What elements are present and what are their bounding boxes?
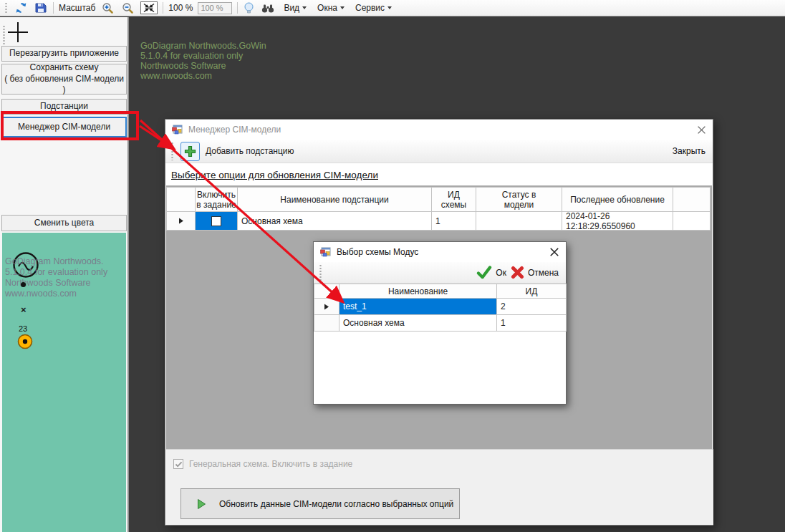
header-row-selector[interactable] xyxy=(167,188,196,212)
save-icon xyxy=(35,2,47,14)
row-selector-cell[interactable] xyxy=(314,299,339,315)
close-dialog-button[interactable]: Закрыть xyxy=(673,146,705,156)
dialog-close-icon[interactable] xyxy=(697,125,706,135)
status-cell[interactable] xyxy=(476,212,562,231)
menu-view-label: Вид xyxy=(284,3,299,13)
modal-icon xyxy=(320,247,331,257)
header-last-update[interactable]: Последнее обновление xyxy=(562,188,673,212)
find-button[interactable] xyxy=(260,3,276,14)
modal-toolbar-grip[interactable] xyxy=(319,264,322,281)
toolbar-separator xyxy=(237,2,238,14)
scheme-header-selector[interactable] xyxy=(314,284,339,299)
menu-windows[interactable]: Окна xyxy=(314,1,347,14)
header-status[interactable]: Статус в модели xyxy=(476,188,562,212)
toolbar-separator xyxy=(53,2,54,14)
cim-manager-button[interactable]: Менеджер CIM-модели xyxy=(1,117,127,137)
scale-label: Масштаб xyxy=(59,3,95,13)
save-button[interactable] xyxy=(34,1,48,14)
fit-view-button[interactable] xyxy=(140,1,158,14)
zoom-level-input[interactable] xyxy=(198,2,232,14)
substations-button[interactable]: Подстанции xyxy=(1,99,127,115)
modal-close-icon[interactable] xyxy=(549,247,559,257)
lightbulb-icon xyxy=(244,2,254,14)
scheme-select-dialog: Выбор схемы Модус Ок Отмена Наимен xyxy=(313,241,567,405)
zoom-in-button[interactable] xyxy=(100,1,115,15)
general-scheme-checkbox-row: Генеральная схема. Включить в задание xyxy=(173,459,352,469)
zoom-out-button[interactable] xyxy=(120,1,135,15)
cancel-button[interactable]: Отмена xyxy=(511,266,559,279)
last-update-cell[interactable]: 2024-01-26 12:18:29.6550960 xyxy=(562,212,673,231)
x-marker[interactable]: × xyxy=(21,304,27,315)
menu-service[interactable]: Сервис xyxy=(352,1,395,14)
main-toolbar: Масштаб 100 % Вид Окна Сервис xyxy=(0,0,785,16)
scheme-id-cell[interactable]: 1 xyxy=(497,315,567,332)
diagram-panel: GoDiagram Northwoods. 5.1.0.4 for evalua… xyxy=(2,233,126,532)
dialog-icon xyxy=(172,125,183,135)
diagram-watermark: GoDiagram Northwoods. 5.1.0.4 for evalua… xyxy=(5,256,148,299)
zoom-out-icon xyxy=(122,2,134,14)
header-substation-name[interactable]: Наименование подстанции xyxy=(238,188,432,212)
dialog-title: Менеджер CIM-модели xyxy=(188,125,691,135)
scheme-row-selected: test_1 2 xyxy=(314,299,567,315)
scheme-table: Наименование ИД test_1 2 Основная хема 1 xyxy=(314,284,567,332)
reload-app-button[interactable]: Перезагрузить приложение xyxy=(1,46,127,62)
scheme-name-cell[interactable]: Основная хема xyxy=(339,315,497,332)
substation-name-cell[interactable]: Основная хема xyxy=(238,212,432,231)
ok-label: Ок xyxy=(496,268,506,278)
row-selector-cell[interactable] xyxy=(167,212,196,231)
add-substation-button[interactable] xyxy=(180,142,200,161)
header-scheme-id[interactable]: ИД схемы xyxy=(432,188,476,212)
row-selector-icon xyxy=(324,304,329,310)
scheme-name-cell[interactable]: test_1 xyxy=(339,299,497,315)
general-scheme-label: Генеральная схема. Включить в задание xyxy=(189,459,352,469)
dialog-footer: Генеральная схема. Включить в задание Об… xyxy=(166,449,713,525)
menu-service-label: Сервис xyxy=(355,3,385,13)
extra-cell xyxy=(673,212,711,231)
menu-windows-label: Окна xyxy=(317,3,337,13)
cancel-x-icon xyxy=(511,266,524,279)
update-cim-button[interactable]: Обновить данные CIM-модели согласно выбр… xyxy=(180,488,460,519)
scheme-id-cell[interactable]: 1 xyxy=(432,212,476,231)
zoom-in-icon xyxy=(102,2,114,14)
menu-view[interactable]: Вид xyxy=(281,1,309,14)
include-cell[interactable] xyxy=(196,212,238,231)
chevron-down-icon xyxy=(302,6,307,9)
ok-button[interactable]: Ок xyxy=(476,266,506,279)
toolbar-grip[interactable] xyxy=(5,2,7,14)
palette-crosshair-icon[interactable] xyxy=(7,21,29,46)
fit-view-icon xyxy=(143,3,155,13)
sidebar: Перезагрузить приложение Сохранить схему… xyxy=(0,17,129,532)
junction-dot[interactable] xyxy=(21,282,26,287)
binoculars-icon xyxy=(261,4,274,13)
node-label: 23 xyxy=(19,324,27,333)
header-include[interactable]: Включить в задание xyxy=(196,188,238,212)
modal-titlebar: Выбор схемы Модус xyxy=(314,242,566,262)
general-scheme-checkbox[interactable] xyxy=(173,459,183,469)
add-substation-label[interactable]: Добавить подстанцию xyxy=(206,146,294,156)
include-checkbox[interactable] xyxy=(211,216,221,226)
canvas-watermark: GoDiagram Northwoods.GoWin 5.1.0.4 for e… xyxy=(140,41,266,81)
chevron-down-icon xyxy=(387,6,392,9)
scheme-row: Основная хема 1 xyxy=(314,315,567,332)
scheme-header-row: Наименование ИД xyxy=(314,284,567,299)
toolbar-separator xyxy=(163,2,163,14)
dialog-toolbar-grip[interactable] xyxy=(171,142,173,160)
node-23[interactable] xyxy=(16,333,34,352)
row-selector-cell[interactable] xyxy=(314,315,339,332)
hint-button[interactable] xyxy=(243,1,255,15)
palette-grip[interactable] xyxy=(3,25,5,47)
scheme-header-name[interactable]: Наименование xyxy=(339,284,497,299)
scheme-header-id[interactable]: ИД xyxy=(497,284,567,299)
table-header-row: Включить в задание Наименование подстанц… xyxy=(167,188,711,212)
save-scheme-button[interactable]: Сохранить схему ( без обновления CIM-мод… xyxy=(1,64,127,95)
zoom-level-label: 100 % xyxy=(168,3,193,13)
chevron-down-icon xyxy=(340,6,345,9)
substation-table: Включить в задание Наименование подстанц… xyxy=(166,187,711,231)
refresh-button[interactable] xyxy=(14,1,29,14)
table-row: Основная хема 1 2024-01-26 12:18:29.6550… xyxy=(167,212,711,231)
change-colors-button[interactable]: Сменить цвета xyxy=(1,215,127,231)
scheme-id-cell[interactable]: 2 xyxy=(497,299,567,315)
row-selector-icon xyxy=(178,218,184,224)
checkbox-check-icon xyxy=(175,461,183,468)
play-icon xyxy=(197,498,206,510)
